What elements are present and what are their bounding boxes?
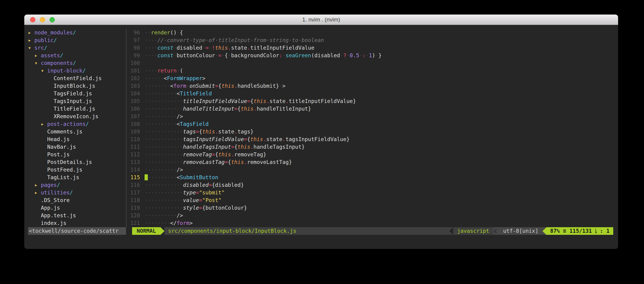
tree-item-.ds_store[interactable]: .DS_Store [28,196,126,204]
code-line-113[interactable]: 113············removeLastTag={this.remov… [129,158,618,166]
tree-item-tagsinput.js[interactable]: TagsInput.js [28,97,126,105]
no-arrow-spacer [47,97,54,105]
directory-slash: / [82,68,86,74]
tree-item-post.js[interactable]: Post.js [28,151,126,158]
tree-item-postfeed.js[interactable]: PostFeed.js [28,166,126,174]
code-line-103[interactable]: 103········<form·onSubmit={this.handleSu… [129,82,618,90]
tree-item-xremoveicon.js[interactable]: XRemoveIcon.js [28,113,126,120]
code-line-99[interactable]: 99····const·buttonColour·=·{·backgroundC… [129,52,618,59]
code-line-100[interactable]: 100 [129,59,618,67]
tree-item-inputblock.js[interactable]: InputBlock.js [28,82,126,90]
tree-item-index.js[interactable]: index.js [28,219,126,227]
no-arrow-spacer [41,151,47,158]
directory-name: components [41,60,73,66]
minimize-button[interactable] [40,17,45,22]
tree-item-utilities[interactable]: ▸utilities/ [28,189,126,196]
code-line-96[interactable]: 96··render()·{ [129,29,618,36]
zoom-button[interactable] [50,17,55,22]
code-line-110[interactable]: 110············tagsInputFieldValue={this… [129,136,618,143]
tree-item-navbar.js[interactable]: NavBar.js [28,143,126,151]
no-arrow-spacer [41,136,47,143]
folder-closed-arrow-icon[interactable]: ▸ [41,120,47,128]
terminal-content: ▸node_modules/▸public/▾src/▸assets/▾comp… [24,25,618,249]
code-line-104[interactable]: 104··········<TitleField [129,90,618,97]
file-name: PostFeed.js [47,167,82,173]
lines-icon: ≡ [563,227,566,235]
code-line-98[interactable]: 98····const·disabled·=·!this.state.title… [129,44,618,52]
code-line-118[interactable]: 118············value="Post" [129,196,618,204]
code-text: ··········<TitleField [144,90,212,97]
folder-closed-arrow-icon[interactable]: ▸ [34,189,41,196]
code-line-119[interactable]: 119············style={buttonColour} [129,204,618,212]
code-text: ··········/> [144,113,183,120]
tree-item-app.test.js[interactable]: App.test.js [28,212,126,219]
line-number: 111 [129,143,140,151]
code-line-111[interactable]: 111············handleTagsInput={this.han… [129,143,618,151]
editor-buffer[interactable]: 96··render()·{97····//·convert·type·of·t… [126,29,618,227]
nerdtree-panel[interactable]: ▸node_modules/▸public/▾src/▸assets/▾comp… [24,29,126,227]
code-line-106[interactable]: 106············handleTitleInput={this.ha… [129,105,618,113]
vim-command-line[interactable] [24,235,618,242]
code-line-108[interactable]: 108··········<TagsField [129,120,618,128]
line-number: 121 [129,219,140,227]
line-number: 119 [129,204,140,212]
line-number: 118 [129,196,140,204]
tree-item-node_modules[interactable]: ▸node_modules/ [28,29,126,36]
line-number: 98 [129,44,140,52]
code-line-115[interactable]: 115··········<SubmitButton [129,174,618,181]
tree-item-titlefield.js[interactable]: TitleField.js [28,105,126,113]
file-name: .DS_Store [41,197,70,203]
tree-item-post-actions[interactable]: ▸post-actions/ [28,120,126,128]
line-number: 112 [129,151,140,158]
tree-item-head.js[interactable]: Head.js [28,136,126,143]
code-line-101[interactable]: 101····return·( [129,67,618,75]
code-text: ······<FormWrapper> [144,75,206,82]
code-line-117[interactable]: 117············type="submit" [129,189,618,196]
close-button[interactable] [30,17,36,22]
code-line-114[interactable]: 114··········/> [129,166,618,174]
vim-cursor-block: · [144,174,148,180]
tree-item-components[interactable]: ▾components/ [28,59,126,67]
tree-item-app.js[interactable]: App.js [28,204,126,212]
directory-name: assets [41,52,60,58]
line-number: 99 [129,52,140,59]
code-line-102[interactable]: 102······<FormWrapper> [129,75,618,82]
window-titlebar[interactable]: 1. nvim . (nvim) [24,14,618,25]
file-name: index.js [41,220,66,226]
code-line-107[interactable]: 107··········/> [129,113,618,120]
tree-item-postdetails.js[interactable]: PostDetails.js [28,158,126,166]
folder-closed-arrow-icon[interactable]: ▸ [34,181,41,189]
directory-name: node_modules [34,29,73,35]
no-arrow-spacer [34,204,41,212]
tree-item-assets[interactable]: ▸assets/ [28,52,126,59]
folder-closed-arrow-icon[interactable]: ▸ [34,52,41,59]
code-line-109[interactable]: 109············tags={this.state.tags} [129,128,618,136]
code-line-97[interactable]: 97····//·convert·type·of·titleInput·from… [129,36,618,44]
line-number: 96 [129,29,140,36]
tree-item-tagsfield.js[interactable]: TagsField.js [28,90,126,97]
tree-item-contentfield.js[interactable]: ContentField.js [28,75,126,82]
folder-open-arrow-icon[interactable]: ▾ [41,67,47,75]
folder-closed-arrow-icon[interactable]: ▸ [28,29,34,36]
tree-item-taglist.js[interactable]: TagList.js [28,174,126,181]
directory-name: pages [41,182,57,188]
tree-item-input-block[interactable]: ▾input-block/ [28,67,126,75]
current-line-number: 115 [129,174,140,181]
code-text: ············disabled={disabled} [144,181,244,189]
code-line-116[interactable]: 116············disabled={disabled} [129,181,618,189]
line-number: 110 [129,136,140,143]
tree-item-src[interactable]: ▾src/ [28,44,126,52]
folder-open-arrow-icon[interactable]: ▾ [34,59,41,67]
tree-item-comments.js[interactable]: Comments.js [28,128,126,136]
tree-item-public[interactable]: ▸public/ [28,36,126,44]
folder-closed-arrow-icon[interactable]: ▸ [28,36,34,44]
folder-open-arrow-icon[interactable]: ▾ [28,44,34,52]
directory-name: input-block [47,68,82,74]
code-line-120[interactable]: 120··········/> [129,212,618,219]
code-text: ··········<TagsField [144,120,209,128]
code-line-105[interactable]: 105············titleInputFieldValue={thi… [129,97,618,105]
tree-item-pages[interactable]: ▸pages/ [28,181,126,189]
code-text: ············value="Post" [144,196,222,204]
code-line-121[interactable]: 121········</form> [129,219,618,227]
code-line-112[interactable]: 112············removeTag={this.removeTag… [129,151,618,158]
